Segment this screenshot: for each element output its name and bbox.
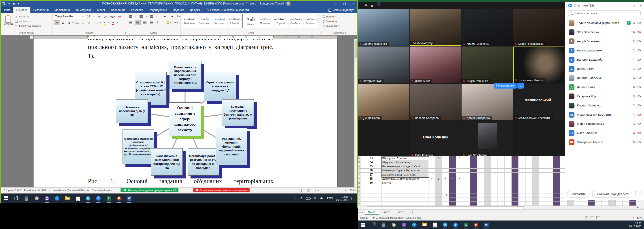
tab-Вставлення[interactable]: Вставлення [30,7,52,13]
panel-close-icon[interactable]: × [639,4,641,8]
tab-Файл[interactable]: Файл [1,7,14,13]
horizontal-ruler[interactable]: 1·2·3·4·5·6·7·8·9·10·11·12·13·14·15·16·1… [34,36,337,39]
taskbar-media-player-button[interactable]: 321 [75,196,81,201]
change-case-button[interactable]: Аа▼ [110,14,116,19]
excel-row-number[interactable]: 29 [361,181,382,185]
taskbar-viber-button[interactable] [401,222,407,228]
share-document-button[interactable]: Спільний доступ [325,7,358,13]
minimize-button[interactable] [331,1,340,7]
style-card-4[interactable]: АаБбВвГгД¶ Звичай... [228,14,242,28]
style-card-2[interactable]: АаБбВЗаголово... [198,14,212,28]
decrease-indent-icon[interactable]: ⇤ [162,14,168,18]
excel-student-name[interactable]: Шкваренко Микита [382,156,428,160]
clear-formatting-button[interactable] [117,14,122,19]
excel-mark-cell[interactable]: + [456,156,463,160]
taskbar-word-button[interactable]: W [126,196,132,201]
sheet-nav-left-icon[interactable]: ◂ [358,211,362,214]
clock-right[interactable]: 13:3926.10.2023 [629,222,641,228]
taskbar-calculator-button[interactable] [380,222,386,228]
video-tile[interactable]: Tryhub Volodymyr [410,10,461,46]
participant-row[interactable]: ММалиновський Костянтин [565,110,644,119]
paragraph-dialog-launcher[interactable] [178,32,180,34]
battery-icon[interactable] [306,197,310,200]
taskbar-file-explorer-button[interactable] [422,222,428,228]
styles-dialog-launcher[interactable] [319,32,320,34]
redo-icon[interactable]: ↻ [12,2,15,6]
align-right-icon[interactable] [142,20,148,24]
save-icon[interactable] [2,2,5,5]
tab-Посилання[interactable]: Посилання [108,7,128,13]
replace-button[interactable]: abacЗамінити [323,19,356,24]
page-break-view-icon[interactable] [596,216,600,220]
excel-hscrollbar[interactable]: ▶ [358,206,640,210]
italic-button[interactable]: К [60,20,66,25]
tab-Розсилки[interactable]: Розсилки [128,7,146,13]
justify-icon[interactable] [149,20,154,24]
word-count[interactable]: Кількість слів: 475 [24,189,46,192]
microphone-tray-icon[interactable] [300,196,303,200]
video-tile[interactable]: Марія Писаревська [513,10,564,46]
participant-row[interactable]: Tryhub Volodymyr (Организатор, я) [565,18,644,28]
excel-row-number[interactable]: 24 [361,160,382,164]
tab-Макет[interactable]: Макет [94,7,108,13]
strikethrough-button[interactable]: abc [74,20,80,25]
restore-button[interactable] [340,1,349,7]
sheet-nav-right-icon[interactable]: ▸ [362,211,364,214]
excel-student-name[interactable]: Нікітін [382,181,428,185]
text-effects-button[interactable]: А [94,20,99,25]
invite-button[interactable]: Пригласить [567,191,590,198]
numbering-icon[interactable] [138,14,144,18]
taskbar-paint-button[interactable] [391,222,397,228]
zoom-slider[interactable] [321,190,343,190]
zoom-minimize-icon[interactable] [360,4,362,8]
document-page[interactable]: нової, ефективної та орієнтованої на євр… [34,39,337,188]
accessibility-status[interactable]: Спеціальні можл [92,189,112,192]
font-dialog-launcher[interactable] [124,32,126,34]
language-tray[interactable]: ENG [327,197,333,200]
clipboard-dialog-launcher[interactable] [50,32,52,34]
taskbar-start-button[interactable] [360,222,366,228]
superscript-button[interactable]: x² [86,20,92,25]
scroll-right-icon[interactable]: ▶ [637,206,639,208]
style-card-8[interactable]: АаБбВвГг,Слабке в... [289,14,304,28]
borders-icon[interactable]: ▼ [173,20,179,24]
line-spacing-icon[interactable]: ⇕▼ [156,20,162,24]
font-color-button[interactable]: А [110,20,116,25]
paste-button[interactable]: Вставити ▼ [2,14,14,29]
notification-center-icon[interactable] [352,197,355,200]
clock[interactable]: 13:3926.10.2023 [336,195,348,202]
highlight-button[interactable]: ab [102,20,108,25]
taskbar-start-button[interactable] [3,196,9,201]
panel-more-button[interactable]: ... [635,191,642,198]
participant-row[interactable]: Данило Лавренюк [565,73,644,82]
participant-row[interactable]: ДДенис Поляк [565,82,644,92]
web-layout-icon[interactable] [312,189,316,192]
video-tile[interactable]: Олег КолісникОлег Колісник [410,121,461,158]
bullets-icon[interactable] [128,14,133,18]
speaker-icon[interactable] [320,196,324,200]
zoom-layout-icon[interactable] [371,3,373,7]
bold-button[interactable]: Ж [54,20,60,25]
taskbar-calculator-button[interactable] [24,196,29,201]
taskbar-zoom-button[interactable]: Z [452,222,458,228]
mute-all-button[interactable]: Выключить звук для всех [592,191,632,198]
participant-row[interactable]: ООлег Колісник [565,128,644,138]
excel-row-number[interactable]: 23 [361,156,382,160]
zoom-restore-icon[interactable] [366,3,367,7]
taskbar-task-view-button[interactable] [13,196,19,201]
style-card-5[interactable]: AabНазва [243,14,258,28]
participant-row[interactable]: Катерина Жук [565,92,644,101]
find-button[interactable]: Пошук▼ [323,14,356,19]
style-card-3[interactable]: АаБбВвГЗаголово... [213,14,228,28]
video-tile[interactable]: Кирилл Зинченко [462,10,513,46]
participant-row[interactable]: ШШкваренко Микита [565,138,644,147]
taskbar-task-view-button[interactable] [370,222,376,228]
participant-row[interactable]: ВВалерія Басараба [565,55,644,64]
select-button[interactable]: ⇖Виділити▼ [323,24,356,28]
panel-minimize-icon[interactable]: — [624,4,628,7]
shrink-font-button[interactable]: А▼ [103,14,109,19]
video-tile[interactable]: Артем Шкваренко [462,84,513,120]
document-area[interactable]: нової, ефективної та орієнтованої на євр… [1,39,354,188]
ask-to-unmute-button[interactable]: Попросить вкл [494,83,516,88]
collapse-ribbon-icon[interactable]: ⌃ [355,32,356,34]
